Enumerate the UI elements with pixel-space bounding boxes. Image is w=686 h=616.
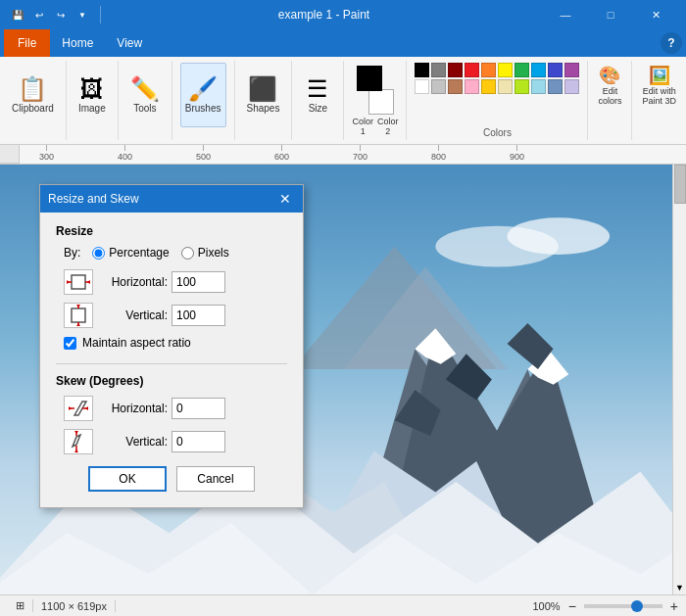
- edit-paint3d-button[interactable]: 🖼️ Edit with Paint 3D: [640, 63, 678, 108]
- zoom-slider[interactable]: [584, 604, 662, 608]
- ribbon-group-color12: Color 1 Color 2: [344, 61, 407, 140]
- title-bar: 💾 ↩ ↪ ▼ example 1 - Paint — □ ✕: [0, 0, 686, 29]
- svg-marker-31: [69, 406, 72, 410]
- status-dimensions: 1100 × 619px: [41, 600, 107, 612]
- pixels-radio[interactable]: [181, 247, 194, 260]
- ok-button[interactable]: OK: [88, 466, 167, 492]
- resize-horizontal-row: Horizontal:: [64, 269, 287, 295]
- svg-marker-34: [73, 435, 80, 447]
- color-swatch-15[interactable]: [498, 79, 513, 94]
- color-swatch-11[interactable]: [431, 79, 446, 94]
- color1-box[interactable]: [357, 66, 382, 91]
- resize-horizontal-input[interactable]: [172, 271, 225, 293]
- undo-icon[interactable]: ↩: [29, 5, 49, 24]
- cancel-button[interactable]: Cancel: [176, 466, 255, 492]
- image-buttons: 🖼 Image: [74, 63, 110, 138]
- tools-buttons: ✏️ Tools: [126, 63, 164, 138]
- color-swatch-14[interactable]: [481, 79, 496, 94]
- color-swatch-1[interactable]: [431, 63, 446, 77]
- ruler-tick-500: 500: [196, 145, 211, 165]
- percentage-radio-label[interactable]: Percentage: [92, 246, 169, 260]
- edit-paint3d-label: Edit with Paint 3D: [642, 86, 676, 106]
- color-swatch-17[interactable]: [531, 79, 546, 94]
- color-swatch-4[interactable]: [481, 63, 496, 77]
- color-swatch-5[interactable]: [498, 63, 513, 77]
- qat-dropdown-icon[interactable]: ▼: [73, 5, 92, 24]
- svg-marker-33: [85, 406, 88, 410]
- brushes-button[interactable]: 🖌️ Brushes: [180, 63, 226, 127]
- zoom-plus-button[interactable]: +: [670, 598, 678, 614]
- percentage-radio[interactable]: [92, 247, 105, 260]
- menu-home[interactable]: Home: [50, 29, 105, 57]
- edit-colors-label: Edit colors: [598, 86, 621, 106]
- ribbon-group-paint3d: 🖼️ Edit with Paint 3D: [632, 61, 686, 140]
- image-button[interactable]: 🖼 Image: [74, 63, 110, 127]
- work-area: ▲ ▼ Resize and Skew ✕ Resize By:: [0, 165, 686, 594]
- zoom-minus-button[interactable]: −: [568, 598, 576, 614]
- svg-marker-26: [76, 305, 80, 308]
- svg-marker-36: [74, 431, 78, 434]
- resize-h-icon: [67, 271, 90, 293]
- close-button[interactable]: ✕: [633, 0, 678, 29]
- skew-horizontal-input[interactable]: [172, 398, 225, 419]
- color-swatch-0[interactable]: [415, 63, 429, 77]
- size-button[interactable]: ☰ Size: [300, 63, 335, 127]
- skew-vertical-row: Vertical:: [64, 429, 287, 454]
- svg-marker-23: [87, 280, 90, 284]
- ribbon-group-image: 🖼 Image: [67, 61, 119, 140]
- save-icon[interactable]: 💾: [8, 5, 27, 24]
- color-swatch-12[interactable]: [448, 79, 463, 94]
- colors-label: Colors: [483, 125, 512, 138]
- redo-icon[interactable]: ↪: [51, 5, 71, 24]
- maintain-aspect-checkbox[interactable]: [64, 337, 76, 350]
- status-grid-icon-container: ⊞: [8, 599, 33, 612]
- percentage-label: Percentage: [109, 246, 169, 260]
- color-swatch-18[interactable]: [548, 79, 563, 94]
- color-swatch-6[interactable]: [514, 63, 529, 77]
- ruler-tick-900: 900: [510, 145, 524, 165]
- color1-label: Color 1: [352, 117, 373, 136]
- menu-file[interactable]: File: [4, 29, 50, 57]
- color-swatch-10[interactable]: [415, 79, 429, 94]
- svg-rect-24: [72, 308, 85, 322]
- shapes-button[interactable]: ⬛ Shapes: [243, 63, 284, 127]
- resize-vertical-input[interactable]: [172, 305, 225, 326]
- ribbon-group-size: ☰ Size: [292, 61, 344, 140]
- resize-horizontal-label: Horizontal:: [101, 275, 168, 289]
- pixels-radio-label[interactable]: Pixels: [181, 246, 229, 260]
- color-swatch-13[interactable]: [465, 79, 479, 94]
- zoom-thumb[interactable]: [631, 600, 643, 612]
- edit-colors-button[interactable]: 🎨 Edit colors: [596, 63, 623, 108]
- tools-button[interactable]: ✏️ Tools: [126, 63, 164, 127]
- color-swatch-2[interactable]: [448, 63, 463, 77]
- maximize-button[interactable]: □: [588, 0, 633, 29]
- tools-label: Tools: [133, 103, 156, 114]
- dialog-title-bar: Resize and Skew ✕: [40, 185, 303, 213]
- pixels-label: Pixels: [198, 246, 229, 260]
- color-swatch-7[interactable]: [531, 63, 546, 77]
- dialog-divider: [56, 363, 287, 364]
- ruler-horizontal: 300400500600700800900: [20, 145, 686, 165]
- dialog-close-button[interactable]: ✕: [275, 189, 295, 209]
- color1-container: [357, 66, 394, 115]
- skew-h-icon: [67, 398, 90, 419]
- minimize-button[interactable]: —: [543, 0, 588, 29]
- ruler-tick-700: 700: [353, 145, 368, 165]
- ruler: 300400500600700800900: [0, 145, 686, 165]
- status-dimensions-container: 1100 × 619px: [33, 600, 116, 612]
- color-swatch-19[interactable]: [564, 79, 579, 94]
- palette-rows: [415, 63, 579, 94]
- help-button[interactable]: ?: [661, 32, 682, 54]
- clipboard-label: Clipboard: [12, 103, 54, 114]
- clipboard-button[interactable]: 📋 Clipboard: [8, 63, 58, 127]
- brushes-icon: 🖌️: [188, 77, 218, 101]
- skew-vertical-input[interactable]: [172, 431, 225, 452]
- color-swatch-8[interactable]: [548, 63, 563, 77]
- color-swatch-9[interactable]: [564, 63, 579, 77]
- color-swatch-16[interactable]: [514, 79, 529, 94]
- menu-view[interactable]: View: [105, 29, 154, 57]
- color-swatch-3[interactable]: [465, 63, 479, 77]
- color2-box[interactable]: [368, 89, 394, 115]
- svg-marker-38: [74, 450, 78, 452]
- skew-v-icon: [67, 431, 90, 452]
